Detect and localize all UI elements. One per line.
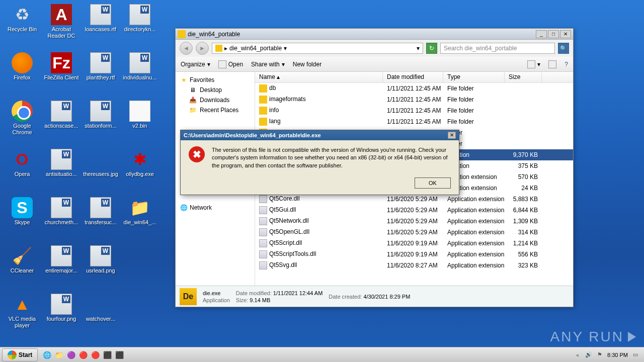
desktop-icon-directorykn---[interactable]: directorykn...: [122, 4, 158, 33]
desktop-icon-antisituatio---[interactable]: antisituatio...: [43, 149, 79, 177]
ok-button[interactable]: OK: [415, 177, 451, 189]
desktop-icon: 🖥: [189, 86, 197, 94]
tray-volume-icon[interactable]: 🔊: [585, 351, 592, 358]
opera-icon: O: [12, 149, 33, 170]
desktop-icon-entiremajor---[interactable]: entiremajor...: [43, 245, 79, 274]
share-menu[interactable]: Share with ▾: [251, 61, 285, 68]
file-row[interactable]: Qt5Svg.dll11/6/2020 8:27 AMApplication e…: [255, 260, 573, 271]
forward-button[interactable]: ►: [196, 42, 209, 55]
search-input[interactable]: Search die_win64_portable: [440, 43, 555, 54]
desktop-icon-stationform---[interactable]: stationform...: [83, 101, 119, 129]
img-icon: [90, 294, 111, 315]
details-name: die.exe: [203, 290, 230, 296]
file-row[interactable]: Qt5Core.dll11/6/2020 5:29 AMApplication …: [255, 194, 573, 205]
column-name[interactable]: Name ▴: [255, 72, 383, 82]
doc-icon: [90, 101, 111, 122]
icon-label: loancases.rtf: [83, 26, 119, 33]
desktop-icon-usrlead-png[interactable]: usrlead.png: [83, 245, 119, 274]
quicklaunch-item[interactable]: 🟣: [66, 350, 76, 360]
file-row[interactable]: imageformats1/11/2021 12:45 AMFile folde…: [255, 94, 573, 105]
minimize-button[interactable]: _: [536, 30, 547, 38]
desktop-icon-filezilla-client[interactable]: FzFileZilla Client: [43, 52, 79, 81]
desktop-icon-plantthey-rtf[interactable]: plantthey.rtf: [83, 52, 119, 81]
desktop-icon-fourfour-png[interactable]: fourfour.png: [43, 294, 79, 322]
icon-label: usrlead.png: [83, 267, 119, 274]
desktop-icon-recycle-bin[interactable]: ♻Recycle Bin: [4, 4, 40, 33]
desktop-icon-thereusers-jpg[interactable]: thereusers.jpg: [83, 149, 119, 177]
watermark: ANY RUN: [550, 329, 636, 345]
search-button[interactable]: 🔍: [558, 43, 569, 54]
start-button[interactable]: Start: [2, 348, 38, 361]
file-row[interactable]: Qt5Network.dll11/6/2020 5:29 AMApplicati…: [255, 216, 573, 227]
desktop-icon-actionscase---[interactable]: actionscase...: [43, 101, 79, 129]
sidebar-favorites[interactable]: ★Favorites: [176, 75, 255, 85]
doc-icon: [90, 4, 111, 25]
file-row[interactable]: Qt5OpenGL.dll11/6/2020 5:29 AMApplicatio…: [255, 227, 573, 238]
quicklaunch-explorer[interactable]: 📁: [54, 350, 64, 360]
icon-label: antisituatio...: [43, 171, 79, 177]
file-icon: [259, 195, 267, 203]
maximize-button[interactable]: □: [548, 30, 559, 38]
sidebar-item-recent[interactable]: 📁Recent Places: [176, 105, 255, 115]
quicklaunch-item[interactable]: ⬛: [102, 350, 112, 360]
file-row[interactable]: info1/11/2021 12:45 AMFile folder: [255, 105, 573, 116]
quicklaunch-item[interactable]: ⬛: [114, 350, 124, 360]
column-size[interactable]: Size: [505, 72, 542, 82]
column-headers: Name ▴ Date modified Type Size: [255, 72, 573, 83]
back-button[interactable]: ◄: [180, 42, 193, 55]
desktop-icon-loancases-rtf[interactable]: loancases.rtf: [83, 4, 119, 33]
desktop-icon-die-win64----[interactable]: 📁die_win64_...: [122, 197, 158, 226]
desktop-icon-individualnu---[interactable]: individualnu...: [122, 52, 158, 81]
desktop-icon-ollydbg-exe[interactable]: ✱ollydbg.exe: [122, 149, 158, 177]
icon-label: VLC media player: [4, 316, 40, 329]
preview-pane-button[interactable]: [548, 60, 556, 68]
help-button[interactable]: ?: [565, 61, 568, 68]
refresh-button[interactable]: ↻: [426, 43, 437, 54]
file-row[interactable]: Qt5ScriptTools.dll11/6/2020 9:19 AMAppli…: [255, 249, 573, 260]
desktop-icon-firefox[interactable]: Firefox: [4, 52, 40, 81]
desktop-icon-transfersuc---[interactable]: transfersuc...: [83, 197, 119, 226]
open-button[interactable]: Open: [218, 60, 243, 68]
file-row[interactable]: Qt5Gui.dll11/6/2020 5:29 AMApplication e…: [255, 205, 573, 216]
quicklaunch-ie[interactable]: 🌐: [42, 350, 52, 360]
organize-menu[interactable]: Organize ▾: [181, 61, 210, 68]
desktop-icon-google-chrome[interactable]: Google Chrome: [4, 101, 40, 136]
preview-icon: [548, 60, 556, 68]
tray-flag-icon[interactable]: ⚑: [596, 351, 603, 358]
desktop-icon-watchover---[interactable]: watchover...: [83, 294, 119, 322]
show-desktop[interactable]: ▭: [632, 351, 639, 358]
desktop-icon-v2-bin[interactable]: v2.bin: [122, 101, 158, 129]
dialog-close-button[interactable]: ✕: [448, 132, 456, 139]
sidebar-item-desktop[interactable]: 🖥Desktop: [176, 85, 255, 95]
file-row[interactable]: lang1/11/2021 12:45 AMFile folder: [255, 116, 573, 127]
desktop-icon-ccleaner[interactable]: 🧹CCleaner: [4, 245, 40, 274]
folder-icon: [259, 84, 267, 93]
close-button[interactable]: ✕: [560, 30, 571, 38]
desktop-icon-opera[interactable]: OOpera: [4, 149, 40, 177]
column-type[interactable]: Type: [443, 72, 505, 82]
titlebar[interactable]: die_win64_portable _ □ ✕: [176, 29, 573, 40]
clock[interactable]: 8:30 PM: [607, 352, 628, 358]
address-bar[interactable]: ▸ die_win64_portable ▾ ▾: [212, 43, 423, 54]
new-folder-button[interactable]: New folder: [293, 61, 321, 68]
desktop-icon-skype[interactable]: SSkype: [4, 197, 40, 226]
vlc-icon: ▲: [12, 294, 33, 315]
quicklaunch-opera[interactable]: 🔴: [90, 350, 100, 360]
dialog-titlebar[interactable]: C:\Users\admin\Desktop\die_win64_portabl…: [181, 130, 459, 140]
column-date[interactable]: Date modified: [383, 72, 443, 82]
icon-label: directorykn...: [122, 26, 158, 33]
file-icon: [259, 217, 267, 225]
sidebar-network[interactable]: 🌐Network: [176, 203, 255, 213]
file-row[interactable]: db1/11/2021 12:45 AMFile folder: [255, 83, 573, 94]
desktop-icon-churchmeth---[interactable]: churchmeth...: [43, 197, 79, 226]
desktop-icon-acrobat-reader-dc[interactable]: AAcrobat Reader DC: [43, 4, 79, 39]
folder-icon: [178, 30, 186, 38]
sidebar-item-downloads[interactable]: 📥Downloads: [176, 95, 255, 105]
folder-icon: [259, 118, 267, 126]
desktop-icon-vlc-media-player[interactable]: ▲VLC media player: [4, 294, 40, 329]
tray-expand-icon[interactable]: «: [574, 351, 581, 358]
file-row[interactable]: Qt5Script.dll11/6/2020 9:19 AMApplicatio…: [255, 238, 573, 249]
quicklaunch-chrome[interactable]: 🔴: [78, 350, 88, 360]
filezilla-icon: Fz: [51, 52, 72, 73]
view-menu[interactable]: ▾: [527, 60, 540, 68]
